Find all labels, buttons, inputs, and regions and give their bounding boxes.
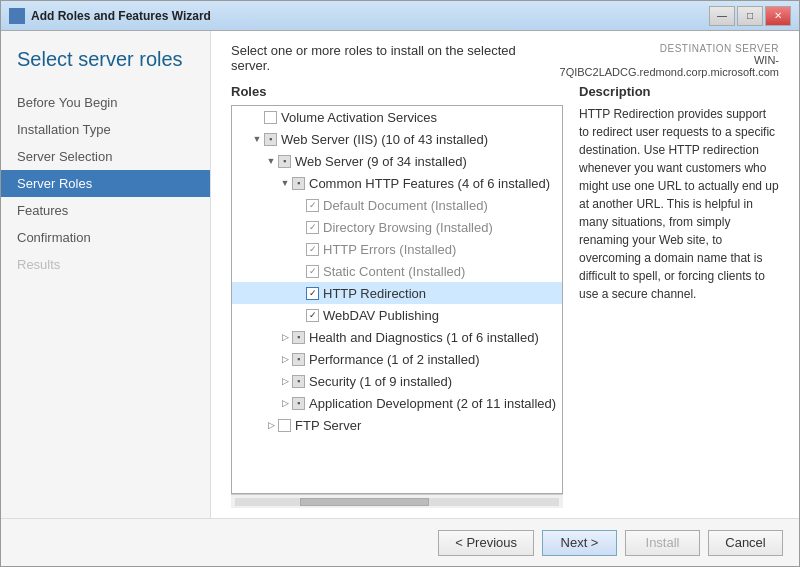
expand-health-diag[interactable]: ▷ xyxy=(278,330,292,344)
role-item-http-redirection[interactable]: ✓ HTTP Redirection xyxy=(232,282,562,304)
role-item-web-server[interactable]: ▼ ▪ Web Server (9 of 34 installed) xyxy=(232,150,562,172)
role-item-default-document[interactable]: ✓ Default Document (Installed) xyxy=(232,194,562,216)
sidebar-item-installation-type[interactable]: Installation Type xyxy=(1,116,210,143)
destination-name: WIN-7QIBC2LADCG.redmond.corp.microsoft.c… xyxy=(545,54,779,78)
close-button[interactable]: ✕ xyxy=(765,6,791,26)
titlebar-controls: — □ ✕ xyxy=(709,6,791,26)
description-panel: Description HTTP Redirection provides su… xyxy=(579,84,779,508)
wizard-window: Add Roles and Features Wizard — □ ✕ Sele… xyxy=(0,0,800,567)
destination-server: DESTINATION SERVER WIN-7QIBC2LADCG.redmo… xyxy=(545,43,779,78)
label-health-diag: Health and Diagnostics (1 of 6 installed… xyxy=(309,330,539,345)
checkbox-volume-activation[interactable] xyxy=(264,111,277,124)
label-dir-browsing: Directory Browsing (Installed) xyxy=(323,220,493,235)
role-item-app-dev[interactable]: ▷ ▪ Application Development (2 of 11 ins… xyxy=(232,392,562,414)
role-item-ftp-server[interactable]: ▷ FTP Server xyxy=(232,414,562,436)
checkbox-dir-browsing[interactable]: ✓ xyxy=(306,221,319,234)
roles-list[interactable]: ▷ Volume Activation Services ▼ ▪ Web Ser… xyxy=(232,106,562,493)
expand-ftp-server[interactable]: ▷ xyxy=(264,418,278,432)
label-web-server-iis: Web Server (IIS) (10 of 43 installed) xyxy=(281,132,488,147)
sidebar-item-server-selection[interactable]: Server Selection xyxy=(1,143,210,170)
role-item-webdav[interactable]: ✓ WebDAV Publishing xyxy=(232,304,562,326)
label-default-document: Default Document (Installed) xyxy=(323,198,488,213)
destination-label: DESTINATION SERVER xyxy=(545,43,779,54)
sidebar-item-before-you-begin[interactable]: Before You Begin xyxy=(1,89,210,116)
checkbox-static-content[interactable]: ✓ xyxy=(306,265,319,278)
horizontal-scrollbar[interactable] xyxy=(231,494,563,508)
role-item-health-diag[interactable]: ▷ ▪ Health and Diagnostics (1 of 6 insta… xyxy=(232,326,562,348)
label-performance: Performance (1 of 2 installed) xyxy=(309,352,480,367)
install-button: Install xyxy=(625,530,700,556)
label-http-redirection: HTTP Redirection xyxy=(323,286,426,301)
label-webdav: WebDAV Publishing xyxy=(323,308,439,323)
roles-panel: Roles ▷ Volume Activation Services xyxy=(231,84,563,508)
label-common-http: Common HTTP Features (4 of 6 installed) xyxy=(309,176,550,191)
h-scroll-thumb[interactable] xyxy=(300,498,430,506)
description-label: Description xyxy=(579,84,779,99)
checkbox-common-http[interactable]: ▪ xyxy=(292,177,305,190)
expand-performance[interactable]: ▷ xyxy=(278,352,292,366)
sidebar-item-results: Results xyxy=(1,251,210,278)
checkbox-default-document[interactable]: ✓ xyxy=(306,199,319,212)
role-item-volume-activation[interactable]: ▷ Volume Activation Services xyxy=(232,106,562,128)
roles-label: Roles xyxy=(231,84,563,99)
role-item-security[interactable]: ▷ ▪ Security (1 of 9 installed) xyxy=(232,370,562,392)
next-button[interactable]: Next > xyxy=(542,530,617,556)
main-body: Roles ▷ Volume Activation Services xyxy=(211,84,799,518)
main-header: Select one or more roles to install on t… xyxy=(211,31,799,84)
checkbox-webdav[interactable]: ✓ xyxy=(306,309,319,322)
expand-common-http[interactable]: ▼ xyxy=(278,176,292,190)
checkbox-web-server-iis[interactable]: ▪ xyxy=(264,133,277,146)
label-http-errors: HTTP Errors (Installed) xyxy=(323,242,456,257)
h-scroll-track xyxy=(235,498,559,506)
instruction-text: Select one or more roles to install on t… xyxy=(231,43,545,73)
expand-web-server-iis[interactable]: ▼ xyxy=(250,132,264,146)
checkbox-app-dev[interactable]: ▪ xyxy=(292,397,305,410)
sidebar-title: Select server roles xyxy=(17,47,194,71)
label-ftp-server: FTP Server xyxy=(295,418,361,433)
checkbox-health-diag[interactable]: ▪ xyxy=(292,331,305,344)
expand-security[interactable]: ▷ xyxy=(278,374,292,388)
window-title: Add Roles and Features Wizard xyxy=(31,9,211,23)
main-panel: Select one or more roles to install on t… xyxy=(211,31,799,518)
checkbox-ftp-server[interactable] xyxy=(278,419,291,432)
roles-scrollbar-wrapper: ▷ Volume Activation Services ▼ ▪ Web Ser… xyxy=(231,105,563,494)
sidebar-nav: Before You Begin Installation Type Serve… xyxy=(1,81,210,286)
previous-button[interactable]: < Previous xyxy=(438,530,534,556)
checkbox-security[interactable]: ▪ xyxy=(292,375,305,388)
role-item-web-server-iis[interactable]: ▼ ▪ Web Server (IIS) (10 of 43 installed… xyxy=(232,128,562,150)
role-item-performance[interactable]: ▷ ▪ Performance (1 of 2 installed) xyxy=(232,348,562,370)
label-volume-activation: Volume Activation Services xyxy=(281,110,437,125)
cancel-button[interactable]: Cancel xyxy=(708,530,783,556)
expand-web-server[interactable]: ▼ xyxy=(264,154,278,168)
roles-list-inner: ▷ Volume Activation Services ▼ ▪ Web Ser… xyxy=(232,106,562,436)
role-item-http-errors[interactable]: ✓ HTTP Errors (Installed) xyxy=(232,238,562,260)
content-area: Select server roles Before You Begin Ins… xyxy=(1,31,799,518)
expand-app-dev[interactable]: ▷ xyxy=(278,396,292,410)
description-text: HTTP Redirection provides support to red… xyxy=(579,105,779,303)
footer: < Previous Next > Install Cancel xyxy=(1,518,799,566)
wizard-icon xyxy=(9,8,25,24)
checkbox-performance[interactable]: ▪ xyxy=(292,353,305,366)
titlebar: Add Roles and Features Wizard — □ ✕ xyxy=(1,1,799,31)
roles-outer: ▷ Volume Activation Services ▼ ▪ Web Ser… xyxy=(231,105,563,508)
role-item-dir-browsing[interactable]: ✓ Directory Browsing (Installed) xyxy=(232,216,562,238)
sidebar-item-features[interactable]: Features xyxy=(1,197,210,224)
role-item-static-content[interactable]: ✓ Static Content (Installed) xyxy=(232,260,562,282)
checkbox-http-redirection[interactable]: ✓ xyxy=(306,287,319,300)
sidebar-item-confirmation[interactable]: Confirmation xyxy=(1,224,210,251)
sidebar-header: Select server roles xyxy=(1,31,210,81)
maximize-button[interactable]: □ xyxy=(737,6,763,26)
label-app-dev: Application Development (2 of 11 install… xyxy=(309,396,556,411)
label-static-content: Static Content (Installed) xyxy=(323,264,465,279)
checkbox-web-server[interactable]: ▪ xyxy=(278,155,291,168)
role-item-common-http[interactable]: ▼ ▪ Common HTTP Features (4 of 6 install… xyxy=(232,172,562,194)
minimize-button[interactable]: — xyxy=(709,6,735,26)
label-security: Security (1 of 9 installed) xyxy=(309,374,452,389)
titlebar-left: Add Roles and Features Wizard xyxy=(9,8,211,24)
sidebar: Select server roles Before You Begin Ins… xyxy=(1,31,211,518)
sidebar-item-server-roles[interactable]: Server Roles xyxy=(1,170,210,197)
checkbox-http-errors[interactable]: ✓ xyxy=(306,243,319,256)
label-web-server: Web Server (9 of 34 installed) xyxy=(295,154,467,169)
